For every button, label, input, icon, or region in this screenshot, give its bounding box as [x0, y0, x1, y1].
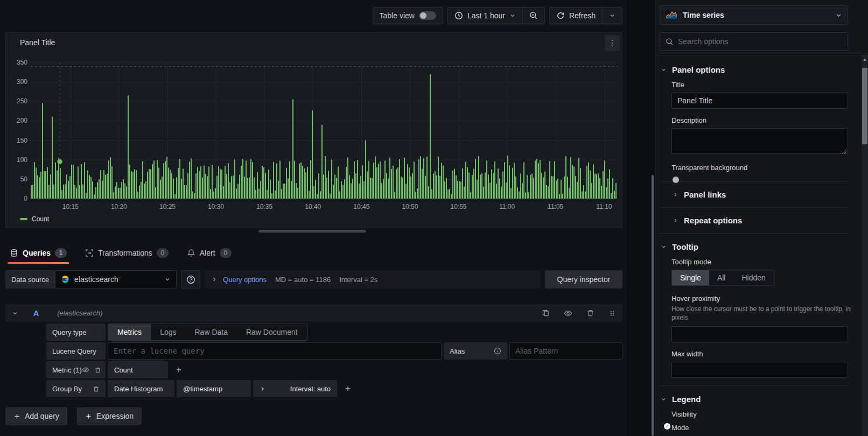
legend-visibility-label: Visibility [671, 410, 848, 418]
duplicate-query-icon[interactable] [542, 309, 550, 317]
panel-menu-button[interactable]: ⋮ [605, 35, 620, 51]
legend-mode-label: Mode [671, 424, 848, 432]
panel-links-collapsed-section[interactable]: Panel links [660, 184, 848, 205]
x-tick-label: 10:45 [353, 203, 369, 210]
datasource-select[interactable]: elasticsearch [55, 270, 177, 289]
query-row-header[interactable]: A (elasticsearch) [5, 304, 622, 322]
query-type-row: Query type Metrics Logs Raw Data Raw Doc… [46, 324, 622, 341]
sidebar-scrollbar[interactable]: ▲ [862, 55, 868, 436]
repeat-options-collapsed-section[interactable]: Repeat options [660, 210, 848, 231]
options-search-input[interactable] [678, 37, 842, 46]
interval-settings-chip[interactable]: Interval: auto [253, 380, 337, 397]
y-tick-label: 200 [7, 117, 27, 124]
group-by-field-chip[interactable]: @timestamp [177, 380, 251, 397]
tab-transformations[interactable]: Transformations 0 [85, 242, 169, 264]
metric-value-chip[interactable]: Count [108, 361, 168, 378]
drag-handle-icon[interactable] [608, 310, 616, 317]
tooltip-mode-label: Tooltip mode [671, 258, 848, 266]
query-options-bar[interactable]: Query options MD = auto = 1186 Interval … [205, 270, 541, 289]
plus-icon [13, 413, 20, 420]
legend-section-header[interactable]: Legend [660, 391, 848, 409]
chevron-down-icon [661, 244, 667, 250]
table-view-toggle[interactable] [419, 11, 436, 20]
divider [660, 233, 848, 234]
query-type-raw-document[interactable]: Raw Document [237, 324, 307, 340]
max-width-input[interactable] [671, 362, 848, 378]
add-query-button[interactable]: Add query [5, 407, 67, 425]
panel-resize-handle[interactable] [258, 230, 366, 233]
refresh-label: Refresh [569, 11, 596, 20]
zoom-out-button[interactable] [522, 8, 544, 24]
metric-row: Metric (1) Count [46, 361, 622, 378]
scrollbar-up-arrow[interactable]: ▲ [862, 56, 868, 62]
legend-section-title: Legend [672, 395, 701, 404]
lucene-query-input[interactable] [108, 342, 442, 360]
x-tick-label: 10:20 [111, 203, 127, 210]
add-metric-button[interactable] [170, 361, 187, 378]
visualization-picker[interactable]: Time series [660, 5, 848, 25]
alias-pattern-input[interactable] [509, 342, 622, 360]
transform-icon [85, 249, 94, 257]
title-field-label: Title [671, 81, 848, 89]
panel-description-textarea[interactable] [671, 128, 848, 154]
table-view-label: Table view [380, 11, 415, 20]
panel-title-input[interactable] [671, 93, 848, 109]
x-tick-label: 11:00 [499, 203, 515, 210]
query-type-metrics[interactable]: Metrics [108, 324, 151, 340]
tooltip-mode-all[interactable]: All [709, 270, 734, 285]
tab-queries[interactable]: Queries 1 [10, 242, 67, 264]
tooltip-section-header[interactable]: Tooltip [660, 239, 848, 257]
add-group-by-button[interactable] [339, 380, 356, 397]
tab-count-badge: 0 [220, 248, 232, 258]
query-type-segmented-control: Metrics Logs Raw Data Raw Document [108, 324, 307, 341]
metric-label: Metric (1) [52, 366, 82, 374]
textarea-resize-grip[interactable] [842, 149, 846, 154]
query-footer: Add query Expression [5, 407, 142, 425]
expression-button[interactable]: Expression [77, 407, 142, 425]
chevron-down-icon [609, 12, 615, 19]
query-ref-id[interactable]: A [33, 309, 39, 318]
query-type-raw-data[interactable]: Raw Data [185, 324, 236, 340]
time-range-button[interactable]: Last 1 hour [448, 8, 522, 24]
bell-icon [187, 249, 195, 257]
tab-alert[interactable]: Alert 0 [187, 242, 232, 264]
metric-label-box: Metric (1) [46, 361, 106, 378]
metric-delete-trash-icon[interactable] [94, 366, 101, 374]
tab-count-badge: 0 [157, 248, 169, 258]
refresh-button[interactable]: Refresh [550, 8, 602, 24]
group-by-row: Group By Date Histogram @timestamp Inter… [46, 380, 622, 397]
info-circle-icon[interactable] [494, 347, 501, 355]
legend-item-count[interactable]: Count [20, 215, 49, 223]
group-by-type-chip[interactable]: Date Histogram [108, 380, 174, 397]
y-tick-label: 100 [7, 156, 27, 164]
hover-proximity-input[interactable] [671, 326, 848, 342]
time-series-panel: Panel Title ⋮ 05010015020025030035010:15… [5, 32, 622, 228]
description-field-label: Description [671, 116, 848, 124]
options-search-box [660, 32, 848, 51]
clock-icon [454, 11, 463, 20]
datasource-help-button[interactable] [181, 270, 200, 289]
hide-query-eye-icon[interactable] [564, 309, 572, 318]
pane-scrollbar-thumb[interactable] [652, 175, 654, 436]
pane-splitter[interactable] [627, 0, 655, 436]
tooltip-mode-single[interactable]: Single [672, 270, 709, 285]
panel-options-section-header[interactable]: Panel options [660, 62, 848, 80]
query-inspector-button[interactable]: Query inspector [545, 270, 622, 289]
legend-label: Count [32, 215, 49, 223]
group-by-delete-trash-icon[interactable] [93, 385, 100, 392]
query-datasource-hint: (elasticsearch) [57, 309, 103, 317]
refresh-interval-dropdown[interactable] [602, 8, 622, 24]
chevron-down-icon[interactable] [12, 310, 18, 317]
time-series-chart[interactable] [31, 62, 618, 199]
delete-query-trash-icon[interactable] [586, 309, 594, 317]
tab-label: Alert [200, 249, 215, 257]
tooltip-mode-hidden[interactable]: Hidden [733, 270, 773, 285]
metric-visibility-eye-icon[interactable] [82, 366, 89, 374]
chevron-right-icon [673, 217, 678, 223]
time-picker-group: Last 1 hour [447, 7, 545, 24]
expression-label: Expression [96, 412, 134, 420]
sidebar-scrollbar-thumb[interactable] [862, 68, 867, 144]
table-view-toggle-group[interactable]: Table view [373, 8, 443, 24]
options-sidebar: Time series Panel options Title Descript… [655, 0, 868, 436]
query-type-logs[interactable]: Logs [151, 324, 185, 340]
